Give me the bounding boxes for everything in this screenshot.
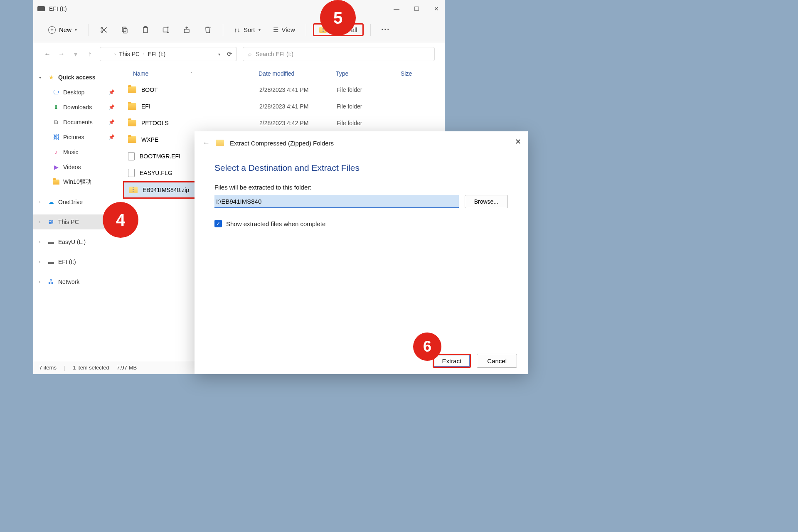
callout-5: 5	[320, 0, 356, 36]
extract-button[interactable]: Extract	[433, 354, 471, 368]
picture-icon: 🖼	[52, 134, 60, 140]
divider	[89, 24, 89, 36]
file-name: EFI	[141, 103, 150, 110]
breadcrumb-this-pc[interactable]: This PC	[119, 51, 140, 57]
sidebar-item-win10[interactable]: Win10驱动	[33, 175, 119, 190]
sidebar-item-pictures[interactable]: 🖼Pictures📌	[33, 130, 119, 145]
svg-rect-3	[122, 27, 126, 32]
destination-input[interactable]	[214, 195, 459, 208]
close-button[interactable]: ✕	[432, 5, 441, 12]
address-bar[interactable]: › This PC › EFI (I:) ▾ ⟳	[100, 47, 237, 61]
show-extracted-checkbox[interactable]: ✓ Show extracted files when complete	[214, 220, 508, 227]
more-button[interactable]: ···	[377, 22, 394, 38]
breadcrumb-efi[interactable]: EFI (I:)	[148, 51, 165, 57]
network-icon: 🖧	[47, 278, 55, 285]
col-size[interactable]: Size	[397, 70, 431, 77]
sidebar-item-downloads[interactable]: ⬇Downloads📌	[33, 100, 119, 115]
divider	[306, 24, 306, 36]
sidebar-item-label: Videos	[63, 164, 81, 170]
document-icon: 🗎	[52, 119, 60, 126]
pin-icon: 📌	[108, 89, 115, 95]
sort-button[interactable]: ↑↓ Sort ▾	[230, 24, 265, 36]
share-icon	[183, 26, 191, 34]
file-icon	[128, 152, 135, 160]
sidebar-item-music[interactable]: ♪Music	[33, 145, 119, 160]
checkbox-icon: ✓	[214, 220, 222, 227]
pin-icon: 📌	[108, 134, 115, 140]
view-label: View	[282, 26, 295, 33]
delete-button[interactable]	[200, 22, 216, 38]
new-label: New	[59, 26, 71, 33]
pc-icon: 🖳	[47, 219, 55, 225]
status-selected: 1 item selected	[73, 365, 109, 371]
minimize-button[interactable]: —	[392, 5, 401, 12]
forward-button[interactable]: →	[57, 50, 66, 58]
back-button[interactable]: ←	[43, 50, 52, 58]
sidebar-item-label: Win10驱动	[63, 178, 91, 186]
sidebar-quick-access[interactable]: ▾ ★ Quick access	[33, 70, 119, 85]
scissors-icon	[100, 26, 108, 34]
back-button[interactable]: ←	[203, 139, 210, 147]
sidebar-item-label: Pictures	[63, 134, 84, 140]
search-placeholder: Search EFI (I:)	[256, 51, 293, 57]
file-name: BOOT	[141, 86, 158, 93]
column-headers[interactable]: Name ⌃ Date modified Type Size	[123, 66, 441, 81]
share-button[interactable]	[179, 22, 195, 38]
sidebar-network[interactable]: ›🖧Network	[33, 274, 119, 289]
chevron-down-icon[interactable]: ▾	[218, 52, 220, 57]
svg-point-0	[101, 27, 103, 29]
up-button[interactable]: ↑	[86, 50, 94, 58]
table-row[interactable]: PETOOLS 2/28/2023 4:42 PM File folder	[123, 115, 441, 131]
view-button[interactable]: ☰ View	[269, 24, 299, 36]
rename-button[interactable]	[158, 22, 175, 38]
svg-rect-2	[123, 28, 127, 33]
refresh-button[interactable]: ⟳	[227, 50, 232, 58]
chevron-right-icon: ›	[39, 260, 44, 264]
divider	[370, 24, 371, 36]
recent-button[interactable]: ▾	[71, 50, 80, 58]
sidebar-item-documents[interactable]: 🗎Documents📌	[33, 115, 119, 130]
sort-indicator-icon: ⌃	[190, 71, 193, 76]
copy-button[interactable]	[116, 22, 133, 38]
search-input[interactable]: ⌕ Search EFI (I:)	[243, 47, 435, 61]
toolbar: + New ▾ ↑↓ Sort ▾ ☰ View	[33, 17, 445, 42]
maximize-button[interactable]: ☐	[412, 5, 421, 12]
clipboard-icon	[141, 26, 150, 34]
copy-icon	[121, 26, 129, 34]
drive-icon: ▬	[47, 259, 55, 265]
browse-button[interactable]: Browse...	[465, 195, 508, 208]
file-name: EASYU.FLG	[140, 170, 172, 176]
svg-rect-7	[184, 29, 189, 32]
table-row[interactable]: BOOT 2/28/2023 4:41 PM File folder	[123, 81, 441, 98]
sidebar-item-desktop[interactable]: 🖵Desktop📌	[33, 85, 119, 100]
dialog-heading: Select a Destination and Extract Files	[214, 163, 508, 173]
trash-icon	[204, 26, 212, 34]
sidebar-item-videos[interactable]: ▶Videos	[33, 160, 119, 175]
sort-icon: ↑↓	[234, 26, 240, 33]
file-name: PETOOLS	[141, 120, 169, 126]
table-row[interactable]: EFI 2/28/2023 4:41 PM File folder	[123, 98, 441, 115]
cut-button[interactable]	[96, 22, 112, 38]
drive-icon	[37, 6, 45, 11]
dialog-close-button[interactable]: ✕	[515, 137, 521, 146]
sidebar-efi[interactable]: ›▬EFI (I:)	[33, 254, 119, 269]
paste-button[interactable]	[137, 22, 154, 38]
sort-label: Sort	[244, 26, 255, 33]
folder-icon	[128, 136, 136, 143]
cancel-button[interactable]: Cancel	[477, 354, 517, 368]
col-date[interactable]: Date modified	[255, 70, 332, 77]
sidebar-item-label: Network	[58, 278, 79, 285]
chevron-right-icon: ›	[39, 220, 44, 224]
new-button[interactable]: + New ▾	[43, 24, 82, 36]
chevron-down-icon: ▾	[259, 27, 261, 32]
file-name: BOOTMGR.EFI	[140, 153, 180, 160]
col-type[interactable]: Type	[332, 70, 397, 77]
window-title: EFI (I:)	[49, 5, 67, 12]
sidebar-easyu[interactable]: ›▬EasyU (L:)	[33, 234, 119, 249]
search-icon: ⌕	[248, 51, 251, 57]
sidebar-item-label: Documents	[63, 119, 93, 126]
sidebar-onedrive[interactable]: ›☁OneDrive	[33, 195, 119, 209]
music-icon: ♪	[52, 149, 60, 155]
file-icon	[128, 169, 135, 177]
checkbox-label: Show extracted files when complete	[226, 220, 325, 227]
